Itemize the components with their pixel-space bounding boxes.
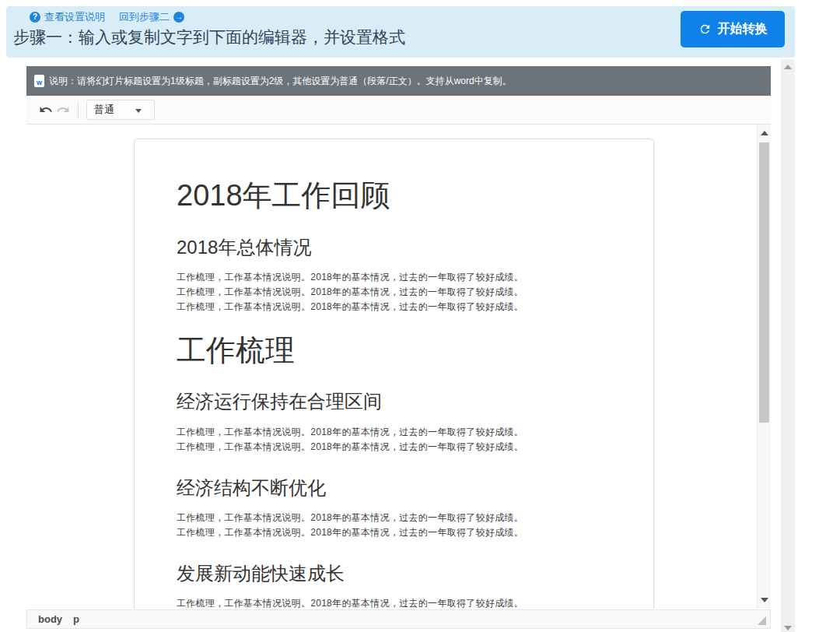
start-convert-label: 开始转换 (718, 21, 768, 37)
doc-block-h2[interactable]: 经济运行保持在合理区间 (177, 389, 630, 413)
doc-block-h1[interactable]: 2018年工作回顾 (177, 178, 630, 214)
chevron-down-icon (135, 109, 142, 113)
editor-content-area: 2018年工作回顾2018年总体情况工作梳理，工作基本情况说明。2018年的基本… (26, 125, 771, 609)
doc-block-p[interactable]: 工作梳理，工作基本情况说明。2018年的基本情况，过去的一年取得了较好成绩。 (177, 270, 630, 285)
doc-block-h2[interactable]: 2018年总体情况 (177, 235, 630, 259)
back-to-step2-label: 回到步骤二 (119, 10, 170, 24)
doc-block-p[interactable]: 工作梳理，工作基本情况说明。2018年的基本情况，过去的一年取得了较好成绩。 (177, 525, 630, 540)
back-to-step2-link[interactable]: 回到步骤二 → (119, 10, 184, 24)
scroll-up-arrow-icon[interactable] (761, 131, 768, 135)
arrow-right-circle-icon: → (173, 12, 184, 23)
doc-block-h1[interactable]: 工作梳理 (177, 333, 630, 369)
doc-block-p[interactable]: 工作梳理，工作基本情况说明。2018年的基本情况，过去的一年取得了较好成绩。 (177, 511, 630, 525)
page-scroll-up-arrow-icon[interactable] (784, 65, 792, 69)
doc-block-p[interactable]: 工作梳理，工作基本情况说明。2018年的基本情况，过去的一年取得了较好成绩。 (177, 300, 630, 314)
question-circle-icon: ? (30, 12, 40, 23)
page-scroll-down-arrow-icon[interactable] (784, 626, 792, 630)
doc-block-h2[interactable]: 经济结构不断优化 (177, 476, 630, 500)
editor-scrollbar-thumb[interactable] (759, 142, 769, 423)
document-page[interactable]: 2018年工作回顾2018年总体情况工作梳理，工作基本情况说明。2018年的基本… (134, 139, 654, 609)
editor-status-bar: body p (26, 609, 771, 629)
page-scrollbar[interactable] (781, 59, 795, 632)
notice-text: 说明：请将幻灯片标题设置为1级标题，副标题设置为2级，其他设置为普通（段落/正文… (49, 75, 512, 88)
scroll-down-arrow-icon[interactable] (761, 598, 768, 602)
editor-toolbar: 普通 (26, 96, 771, 125)
doc-block-p[interactable]: 工作梳理，工作基本情况说明。2018年的基本情况，过去的一年取得了较好成绩。 (177, 596, 630, 609)
redo-icon (56, 103, 70, 117)
refresh-icon (698, 23, 712, 36)
editor-scrollbar[interactable] (757, 125, 771, 609)
doc-block-p[interactable]: 工作梳理，工作基本情况说明。2018年的基本情况，过去的一年取得了较好成绩。 (177, 440, 630, 455)
element-path-p[interactable]: p (73, 613, 79, 625)
page-title: 步骤一：输入或复制文字到下面的编辑器，并设置格式 (13, 26, 405, 48)
doc-block-p[interactable]: 工作梳理，工作基本情况说明。2018年的基本情况，过去的一年取得了较好成绩。 (177, 285, 630, 300)
resize-grip-icon[interactable] (758, 616, 766, 625)
doc-content[interactable]: 2018年工作回顾2018年总体情况工作梳理，工作基本情况说明。2018年的基本… (135, 139, 653, 609)
header-links: ? 查看设置说明 回到步骤二 → (30, 10, 184, 24)
view-settings-help-link[interactable]: ? 查看设置说明 (30, 10, 105, 24)
element-path-body[interactable]: body (38, 613, 62, 625)
doc-block-p[interactable]: 工作梳理，工作基本情况说明。2018年的基本情况，过去的一年取得了较好成绩。 (177, 425, 630, 440)
toolbar-separator (78, 102, 79, 118)
view-settings-help-label: 查看设置说明 (44, 10, 105, 24)
header-panel: ? 查看设置说明 回到步骤二 → 步骤一：输入或复制文字到下面的编辑器，并设置格… (6, 6, 795, 58)
redo-button[interactable] (54, 101, 72, 118)
doc-block-h2[interactable]: 发展新动能快速成长 (177, 561, 630, 585)
paragraph-format-select[interactable]: 普通 (86, 100, 155, 120)
undo-icon (39, 103, 53, 117)
word-doc-icon: w (34, 75, 44, 87)
undo-button[interactable] (37, 101, 54, 118)
start-convert-button[interactable]: 开始转换 (681, 11, 785, 47)
notice-bar: w 说明：请将幻灯片标题设置为1级标题，副标题设置为2级，其他设置为普通（段落/… (26, 66, 771, 96)
format-select-value: 普通 (94, 103, 114, 117)
